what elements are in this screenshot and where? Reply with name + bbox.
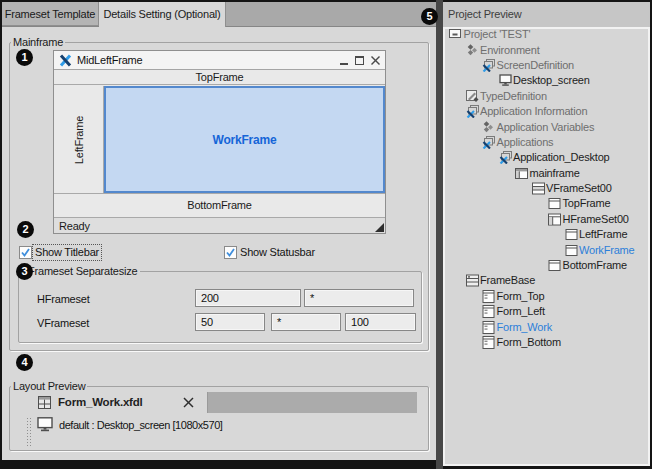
tree-item-label: Application Variables — [497, 121, 595, 134]
tree-item-application-information[interactable]: Application Information — [445, 104, 648, 119]
diamonds-icon — [466, 44, 479, 57]
tree-item-label: TopFrame — [563, 197, 611, 210]
tree-item-form-left[interactable]: Form_Left — [445, 304, 648, 319]
step-badge-4: 4 — [16, 354, 33, 371]
frame-icon — [565, 228, 578, 241]
tab-close-icon[interactable] — [183, 397, 194, 408]
x-logo-icon — [59, 54, 72, 67]
details-setting-page: Frameset Template Details Setting (Optio… — [2, 2, 436, 460]
tree-item-screendefinition[interactable]: ScreenDefinition — [445, 58, 648, 73]
separatesize-groupbox-label: Frameset Separatesize — [26, 265, 140, 278]
winx-icon — [482, 59, 495, 72]
tree-item-label: BottomFrame — [563, 259, 627, 272]
tree-item-label: ScreenDefinition — [497, 59, 575, 72]
tree-item-environment[interactable]: Environment — [445, 42, 648, 57]
tree-item-label: VFrameSet00 — [546, 182, 612, 195]
preview-bottomframe[interactable]: BottomFrame — [54, 193, 385, 217]
preview-middle: LeftFrame WorkFrame — [54, 86, 385, 193]
tree-item-label: WorkFrame — [579, 244, 634, 257]
preview-status-text: Ready — [59, 218, 90, 235]
page-tabbar: Frameset Template Details Setting (Optio… — [2, 2, 436, 27]
show-statusbar-checkbox[interactable] — [224, 246, 237, 259]
typedef-icon — [466, 90, 479, 103]
minimize-icon[interactable] — [340, 63, 348, 65]
preview-workframe-label: WorkFrame — [212, 133, 276, 147]
tree-item-label: Environment — [480, 44, 540, 57]
monitor-icon — [37, 417, 54, 432]
layout-preview-groupbox: Layout Preview Form_Work.xfdl — [9, 386, 429, 451]
vframeset-input-3[interactable]: 100 — [345, 313, 416, 331]
hframeset-label: HFrameset — [37, 293, 117, 306]
step-badge-5: 5 — [421, 8, 438, 25]
preview-titlebar: MidLeftFrame — [54, 51, 385, 70]
mainframe-icon — [515, 167, 528, 180]
layout-preview-item[interactable]: default : Desktop_screen [1080x570] — [37, 416, 222, 433]
frame-icon — [548, 259, 561, 272]
form-icon — [482, 336, 495, 349]
tree-item-leftframe[interactable]: LeftFrame — [445, 227, 648, 242]
tree-item-typedefinition[interactable]: TypeDefinition — [445, 89, 648, 104]
tree-item-application-desktop[interactable]: Application_Desktop — [445, 150, 648, 165]
tree-item-mainframe[interactable]: mainframe — [445, 166, 648, 181]
tree-item-desktop-screen[interactable]: Desktop_screen — [445, 73, 648, 88]
tree-item-label: Form_Top — [497, 290, 545, 303]
form-icon — [482, 290, 495, 303]
tree-item-framebase[interactable]: FrameBase — [445, 273, 648, 288]
resize-grip-icon[interactable] — [375, 223, 384, 232]
preview-workframe[interactable]: WorkFrame — [104, 86, 385, 193]
form-work-tab[interactable]: Form_Work.xfdl — [27, 392, 208, 413]
preview-leftframe[interactable]: LeftFrame — [54, 86, 104, 193]
diamonds-icon — [482, 121, 495, 134]
preview-window-title: MidLeftFrame — [77, 51, 142, 70]
framebase-icon — [466, 274, 479, 287]
tree-item-label: LeftFrame — [579, 228, 627, 241]
frame-icon — [548, 197, 561, 210]
tree-item-label: mainframe — [530, 167, 580, 180]
vframeset-input-1[interactable]: 50 — [195, 313, 265, 331]
tree-item-hframeset00[interactable]: HFrameSet00 — [445, 212, 648, 227]
hframeset-input-1[interactable]: 200 — [195, 289, 301, 307]
show-titlebar-label[interactable]: Show Titlebar — [33, 245, 101, 260]
tree-item-label: Application_Desktop — [513, 151, 609, 164]
show-titlebar-checkbox[interactable] — [19, 246, 32, 259]
preview-statusbar: Ready — [54, 217, 385, 233]
tree-item-workframe[interactable]: WorkFrame — [445, 242, 648, 257]
tree-item-label: Desktop_screen — [513, 74, 590, 87]
tree-item-label: HFrameSet00 — [563, 213, 629, 226]
vframeset-icon — [532, 182, 545, 195]
tree-item-applications[interactable]: Applications — [445, 135, 648, 150]
tree-item-form-work[interactable]: Form_Work — [445, 319, 648, 334]
tree-item-project-test[interactable]: Project 'TEST' — [445, 27, 648, 42]
step-badge-1: 1 — [16, 49, 33, 66]
tree-item-label: Project 'TEST' — [464, 28, 531, 41]
close-icon[interactable] — [371, 56, 380, 65]
panel-divider[interactable] — [436, 0, 443, 469]
mainframe-groupbox-label: Mainframe — [11, 36, 65, 49]
tree-item-vframeset00[interactable]: VFrameSet00 — [445, 181, 648, 196]
separatesize-groupbox: Frameset Separatesize HFrameset VFramese… — [18, 271, 422, 343]
show-statusbar-label[interactable]: Show Statusbar — [238, 245, 317, 260]
project-icon — [449, 28, 462, 41]
preview-topframe[interactable]: TopFrame — [54, 71, 385, 85]
tree-item-form-top[interactable]: Form_Top — [445, 289, 648, 304]
vframeset-label: VFrameset — [37, 317, 117, 330]
hframeset-input-2[interactable]: * — [304, 289, 414, 307]
tree-item-application-variables[interactable]: Application Variables — [445, 119, 648, 134]
layout-preview-grip[interactable] — [26, 417, 32, 447]
project-preview-header: Project Preview — [443, 2, 650, 27]
hframeset-icon — [548, 213, 561, 226]
maximize-icon[interactable] — [355, 56, 364, 65]
form-icon — [482, 321, 495, 334]
tree-item-bottomframe[interactable]: BottomFrame — [445, 258, 648, 273]
tree-item-topframe[interactable]: TopFrame — [445, 196, 648, 211]
winx-icon — [482, 136, 495, 149]
project-preview-panel: Project Preview Project 'TEST'Environmen… — [443, 2, 650, 466]
winx-icon — [499, 151, 512, 164]
step-badge-2: 2 — [17, 221, 34, 238]
tab-details-setting[interactable]: Details Setting (Optional) — [99, 2, 226, 27]
tree-item-label: Form_Left — [497, 305, 545, 318]
tree-item-form-bottom[interactable]: Form_Bottom — [445, 335, 648, 350]
vframeset-input-2[interactable]: * — [271, 313, 341, 331]
tree-item-label: Application Information — [480, 105, 587, 118]
tab-frameset-template[interactable]: Frameset Template — [2, 2, 99, 26]
